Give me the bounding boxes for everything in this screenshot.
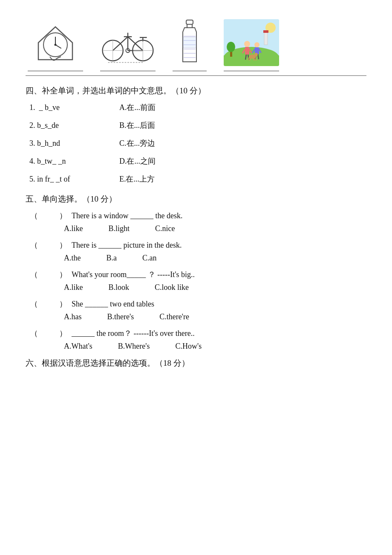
vocab-row-3: 3. b_h_nd C.在...旁边 bbox=[26, 138, 366, 148]
vocab-answer-3: C.在...旁边 bbox=[119, 138, 366, 148]
svg-rect-42 bbox=[245, 47, 249, 55]
bottle-icon bbox=[177, 19, 202, 66]
vocab-word-3: b_h_nd bbox=[37, 139, 60, 147]
q-text-3: What's your room_____ ？ -----It's big.. bbox=[72, 269, 366, 280]
vocab-answer-4: D.在...之间 bbox=[119, 156, 366, 166]
option-2c: C.an bbox=[142, 254, 157, 263]
svg-rect-37 bbox=[264, 32, 268, 45]
choice-question-5: （ ） ______ the room？ ------It's over the… bbox=[26, 328, 366, 338]
images-row bbox=[26, 17, 366, 71]
vocab-num-5: 5. in fr_ _t of bbox=[26, 175, 119, 184]
option-1a: A.like bbox=[64, 224, 83, 233]
scene-label-line bbox=[224, 71, 279, 71]
bracket-4-close: ） bbox=[55, 299, 72, 309]
bracket-2: （ bbox=[26, 240, 43, 250]
options-row-4: A.has B.there's C.there're bbox=[64, 312, 366, 321]
section4-title: 四、补全单词，并选出单词的中文意思。（10 分） bbox=[26, 85, 366, 96]
paren-space-3 bbox=[43, 270, 55, 279]
vocab-num-3-label: 3. bbox=[29, 139, 35, 147]
choice-item-1: （ ） There is a window ______ the desk. A… bbox=[26, 211, 366, 233]
bike-label-line bbox=[100, 71, 156, 71]
bottle-label-line bbox=[173, 71, 207, 71]
q-text-1: There is a window ______ the desk. bbox=[72, 211, 366, 220]
options-row-1: A.like B.light C.nice bbox=[64, 224, 366, 233]
svg-point-40 bbox=[227, 42, 235, 52]
option-2b: B.a bbox=[107, 254, 117, 263]
scene-image-item bbox=[222, 17, 281, 71]
svg-line-58 bbox=[256, 58, 256, 61]
vocab-num-2: 2. b_s_de bbox=[26, 121, 119, 130]
bike-icon bbox=[100, 19, 156, 66]
vocab-answer-1: A.在...前面 bbox=[119, 102, 366, 113]
option-1c: C.nice bbox=[155, 224, 175, 233]
top-divider bbox=[26, 75, 366, 76]
vocab-word-1: _ b_ve bbox=[39, 103, 60, 112]
option-4b: B.there's bbox=[107, 312, 134, 321]
svg-line-7 bbox=[128, 37, 143, 51]
option-3b: B.look bbox=[109, 283, 130, 292]
vocab-row-5: 5. in fr_ _t of E.在...上方 bbox=[26, 174, 366, 184]
options-row-2: A.the B.a C.an bbox=[64, 254, 366, 263]
bracket-5: （ bbox=[26, 328, 43, 338]
vocab-num-2-label: 2. bbox=[29, 121, 35, 130]
svg-point-3 bbox=[55, 44, 57, 46]
choice-item-4: （ ） She ______ two end tables A.has B.th… bbox=[26, 299, 366, 321]
paren-space-2 bbox=[43, 241, 55, 250]
choice-item-3: （ ） What's your room_____ ？ -----It's bi… bbox=[26, 269, 366, 292]
bottle-image-box bbox=[170, 17, 209, 68]
vocab-num-3: 3. b_h_nd bbox=[26, 139, 119, 148]
svg-point-41 bbox=[244, 41, 250, 47]
section6-title: 六、根据汉语意思选择正确的选项。（18 分） bbox=[26, 358, 366, 369]
bike-image-box bbox=[98, 17, 158, 68]
bike-image-item bbox=[98, 17, 158, 71]
vocab-row-4: 4. b_tw_ _n D.在...之间 bbox=[26, 156, 366, 166]
paren-space-5 bbox=[43, 329, 55, 338]
vocab-num-4-label: 4. bbox=[29, 157, 35, 165]
option-1b: B.light bbox=[109, 224, 130, 233]
option-5c: C.How's bbox=[175, 342, 202, 351]
svg-point-54 bbox=[254, 53, 258, 56]
choice-section: （ ） There is a window ______ the desk. A… bbox=[26, 211, 366, 351]
vocab-num-1-label: 1. bbox=[29, 103, 35, 112]
clock-label-line bbox=[28, 71, 83, 71]
svg-point-47 bbox=[254, 42, 259, 47]
bracket-2-close: ） bbox=[55, 240, 72, 250]
bracket-1-close: ） bbox=[55, 211, 72, 221]
svg-rect-24 bbox=[186, 20, 193, 24]
svg-rect-32 bbox=[183, 37, 196, 48]
vocab-answer-2: B.在...后面 bbox=[119, 120, 366, 130]
vocab-row-1: 1. _ b_ve A.在...前面 bbox=[26, 102, 366, 113]
options-row-5: A.What's B.Where's C.How's bbox=[64, 342, 366, 351]
clock-icon bbox=[32, 19, 79, 66]
section5-title: 五、单向选择。（10 分） bbox=[26, 194, 366, 205]
svg-rect-38 bbox=[263, 30, 268, 33]
bottle-image-item bbox=[170, 17, 209, 71]
svg-line-57 bbox=[254, 58, 254, 61]
bracket-4: （ bbox=[26, 299, 43, 309]
scene-image-box bbox=[222, 17, 281, 68]
choice-question-4: （ ） She ______ two end tables bbox=[26, 299, 366, 309]
paren-space-1 bbox=[43, 211, 55, 220]
vocab-word-4: b_tw_ _n bbox=[37, 157, 66, 165]
vocab-answer-5: E.在...上方 bbox=[119, 174, 366, 184]
choice-question-3: （ ） What's your room_____ ？ -----It's bi… bbox=[26, 269, 366, 280]
scene-illustration bbox=[224, 19, 279, 66]
vocab-row-2: 2. b_s_de B.在...后面 bbox=[26, 120, 366, 130]
vocab-table: 1. _ b_ve A.在...前面 2. b_s_de B.在...后面 3.… bbox=[26, 102, 366, 184]
option-5a: A.What's bbox=[64, 342, 92, 351]
bracket-3-close: ） bbox=[55, 269, 72, 280]
vocab-num-4: 4. b_tw_ _n bbox=[26, 157, 119, 166]
q-text-2: There is ______ picture in the desk. bbox=[72, 241, 366, 250]
option-4c: C.there're bbox=[159, 312, 189, 321]
option-3c: C.look like bbox=[155, 283, 189, 292]
clock-image-box bbox=[26, 17, 85, 68]
option-4a: A.has bbox=[64, 312, 82, 321]
option-3a: A.like bbox=[64, 283, 83, 292]
options-row-3: A.like B.look C.look like bbox=[64, 283, 366, 292]
q-text-4: She ______ two end tables bbox=[72, 300, 366, 309]
choice-item-2: （ ） There is ______ picture in the desk.… bbox=[26, 240, 366, 263]
vocab-num-1: 1. _ b_ve bbox=[26, 103, 119, 112]
choice-question-2: （ ） There is ______ picture in the desk. bbox=[26, 240, 366, 250]
q-text-5: ______ the room？ ------It's over there.. bbox=[72, 328, 366, 338]
bracket-1: （ bbox=[26, 211, 43, 221]
